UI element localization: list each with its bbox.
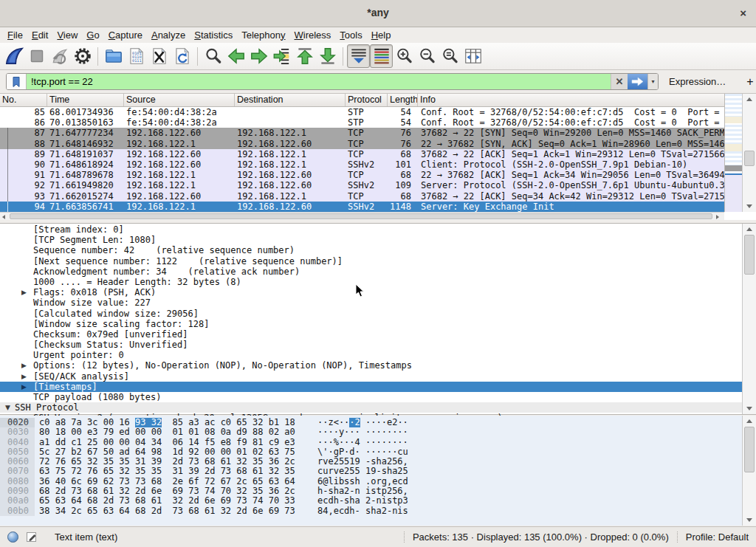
packet-row-90[interactable]: 9071.648618924192.168.122.60192.168.122.… — [0, 159, 724, 170]
hex-row-0090[interactable]: 009068 2d 73 68 61 32 2d 6e 69 73 74 70 … — [0, 486, 742, 496]
colorize-button[interactable] — [370, 44, 393, 68]
hex-row-0020[interactable]: 0020c0 a8 7a 3c 00 16 93 32 85 a3 ac c0 … — [0, 418, 742, 427]
menu-statistics[interactable]: Statistics — [190, 28, 237, 43]
hex-row-0060[interactable]: 006072 76 65 32 35 35 31 39 2d 73 68 61 … — [0, 457, 742, 467]
packet-row-92[interactable]: 9271.661949820192.168.122.1192.168.122.6… — [0, 180, 724, 190]
find-packet-button[interactable] — [202, 44, 224, 68]
capture-comment-icon[interactable] — [26, 531, 38, 543]
expand-icon[interactable]: ▶ — [21, 287, 27, 297]
hex-row-0080[interactable]: 008036 40 6c 69 62 73 73 68 2e 6f 72 67 … — [0, 477, 742, 486]
detail-options-12-bytes-no-operation-[interactable]: ▶Options: (12 bytes), No-Operation (NOP)… — [0, 360, 742, 371]
packet-row-91[interactable]: 9171.648789678192.168.122.1192.168.122.6… — [0, 170, 724, 180]
expert-info-icon[interactable] — [7, 531, 18, 543]
profile-status[interactable]: Profile: Default — [686, 531, 749, 543]
packet-row-85[interactable]: 8568.001734936fe:54:00:d4:38:2aSTP54Conf… — [0, 107, 724, 117]
column-header-length[interactable]: Length — [388, 94, 418, 106]
hex-row-0050[interactable]: 00505c 27 b2 67 50 ad 64 98 1d 92 00 00 … — [0, 447, 742, 457]
resize-columns-button[interactable] — [461, 44, 484, 68]
detail--seq-ack-analysis-[interactable]: ▶[SEQ/ACK analysis] — [0, 371, 742, 382]
scroll-down-icon[interactable] — [746, 518, 752, 522]
detail--calculated-window-size-29056-[interactable]: [Calculated window size: 29056] — [0, 309, 742, 319]
packet-row-93[interactable]: 9371.662015274192.168.122.60192.168.122.… — [0, 191, 724, 202]
menu-analyze[interactable]: Analyze — [147, 28, 190, 43]
column-header-source[interactable]: Source — [124, 94, 235, 106]
expression-button[interactable]: Expression… — [669, 76, 726, 87]
zoom-out-button[interactable] — [416, 44, 439, 68]
menu-file[interactable]: File — [3, 28, 27, 43]
column-header-info[interactable]: Info — [418, 94, 724, 106]
menu-view[interactable]: View — [52, 28, 82, 43]
detail--window-size-scaling-factor-12[interactable]: [Window size scaling factor: 128] — [0, 319, 742, 329]
scroll-up-icon[interactable] — [746, 97, 752, 101]
collapse-icon[interactable]: ▼ — [5, 402, 10, 413]
details-scrollbar[interactable] — [742, 224, 756, 414]
scrollbar-thumb[interactable] — [10, 213, 712, 219]
scrollbar-thumb[interactable] — [744, 235, 755, 275]
filter-bookmark-button[interactable] — [7, 74, 27, 89]
close-icon[interactable]: × — [740, 7, 746, 20]
packet-list-hscrollbar[interactable] — [0, 212, 724, 220]
scroll-up-icon[interactable] — [746, 227, 752, 231]
hex-row-00a0[interactable]: 00a065 63 64 68 2d 73 68 61 32 2d 6e 69 … — [0, 496, 742, 506]
menu-go[interactable]: Go — [82, 28, 103, 43]
hex-row-0070[interactable]: 007063 75 72 76 65 32 35 35 31 39 2d 73 … — [0, 467, 742, 476]
capture-restart-button[interactable] — [48, 44, 71, 68]
go-last-button[interactable] — [316, 44, 339, 68]
menu-help[interactable]: Help — [367, 28, 396, 43]
scroll-up-icon[interactable] — [746, 419, 752, 423]
title-bar[interactable]: *any × — [0, 0, 756, 27]
open-file-button[interactable] — [102, 44, 125, 68]
hex-row-0040[interactable]: 0040a1 dd c1 25 00 00 04 34 06 14 f5 e8 … — [0, 438, 742, 447]
menu-telephony[interactable]: Telephony — [237, 28, 289, 43]
hex-row-0030[interactable]: 003080 18 00 e3 79 ed 00 00 01 01 08 0a … — [0, 427, 742, 437]
expand-icon[interactable]: ▶ — [21, 371, 27, 382]
packet-list-scrollbar[interactable] — [742, 94, 756, 212]
zoom-reset-button[interactable] — [439, 44, 461, 68]
menu-edit[interactable]: Edit — [27, 28, 52, 43]
save-file-button[interactable]: 010101100111 — [125, 44, 148, 68]
expand-icon[interactable]: ▶ — [21, 360, 27, 371]
column-header-time[interactable]: Time — [47, 94, 124, 106]
reload-file-button[interactable] — [171, 44, 193, 68]
auto-scroll-button[interactable] — [347, 44, 370, 68]
packet-row-86[interactable]: 8670.013850163fe:54:00:d4:38:2aSTP54Conf… — [0, 117, 724, 128]
scroll-right-icon[interactable] — [716, 215, 719, 219]
menu-capture[interactable]: Capture — [104, 28, 147, 43]
detail--next-sequence-number-1122-rel[interactable]: [Next sequence number: 1122 (relative se… — [0, 256, 742, 266]
go-forward-button[interactable] — [247, 44, 270, 68]
scrollbar-thumb[interactable] — [744, 427, 755, 472]
capture-start-button[interactable] — [2, 44, 25, 68]
hex-scrollbar[interactable] — [742, 416, 756, 526]
detail-flags-0x018-psh-ack-[interactable]: ▶Flags: 0x018 (PSH, ACK) — [0, 287, 742, 297]
packet-minimap[interactable] — [724, 94, 742, 212]
detail--stream-index-0-[interactable]: [Stream index: 0] — [0, 224, 742, 235]
detail--tcp-segment-len-1080-[interactable]: [TCP Segment Len: 1080] — [0, 235, 742, 245]
packet-row-89[interactable]: 8971.648191037192.168.122.60192.168.122.… — [0, 149, 724, 159]
go-first-button[interactable] — [293, 44, 316, 68]
packet-row-87[interactable]: 8771.647777234192.168.122.60192.168.122.… — [0, 128, 724, 138]
capture-options-button[interactable] — [71, 44, 94, 68]
expand-icon[interactable]: ▶ — [21, 382, 27, 392]
detail-checksum-0x79ed-unverified-[interactable]: Checksum: 0x79ed [unverified] — [0, 329, 742, 340]
filter-clear-button[interactable]: ✕ — [611, 74, 628, 89]
zoom-in-button[interactable] — [393, 44, 416, 68]
filter-dropdown-button[interactable]: ▾ — [647, 74, 658, 89]
scrollbar-thumb[interactable] — [744, 151, 755, 166]
detail-sequence-number-42-relative-se[interactable]: Sequence number: 42 (relative sequence n… — [0, 245, 742, 255]
menu-wireless[interactable]: Wireless — [290, 28, 336, 43]
scroll-left-icon[interactable] — [2, 215, 5, 219]
go-back-button[interactable] — [224, 44, 247, 68]
detail-1000-header-length-32-bytes-8-[interactable]: 1000 .... = Header Length: 32 bytes (8) — [0, 277, 742, 287]
filter-input[interactable]: !tcp.port == 22 — [27, 74, 611, 89]
detail--checksum-status-unverified-[interactable]: [Checksum Status: Unverified] — [0, 340, 742, 350]
scroll-down-icon[interactable] — [746, 407, 752, 410]
column-header-protocol[interactable]: Protocol — [346, 94, 388, 106]
column-header-no[interactable]: No. — [0, 94, 47, 106]
close-file-button[interactable] — [148, 44, 171, 68]
detail-urgent-pointer-0[interactable]: Urgent pointer: 0 — [0, 350, 742, 360]
capture-stop-button[interactable] — [25, 44, 48, 68]
scroll-down-icon[interactable] — [746, 204, 752, 208]
menu-tools[interactable]: Tools — [335, 28, 366, 43]
detail-tcp-payload-1080-bytes-[interactable]: TCP payload (1080 bytes) — [0, 392, 742, 402]
detail--timestamps-[interactable]: ▶[Timestamps] — [0, 382, 742, 392]
